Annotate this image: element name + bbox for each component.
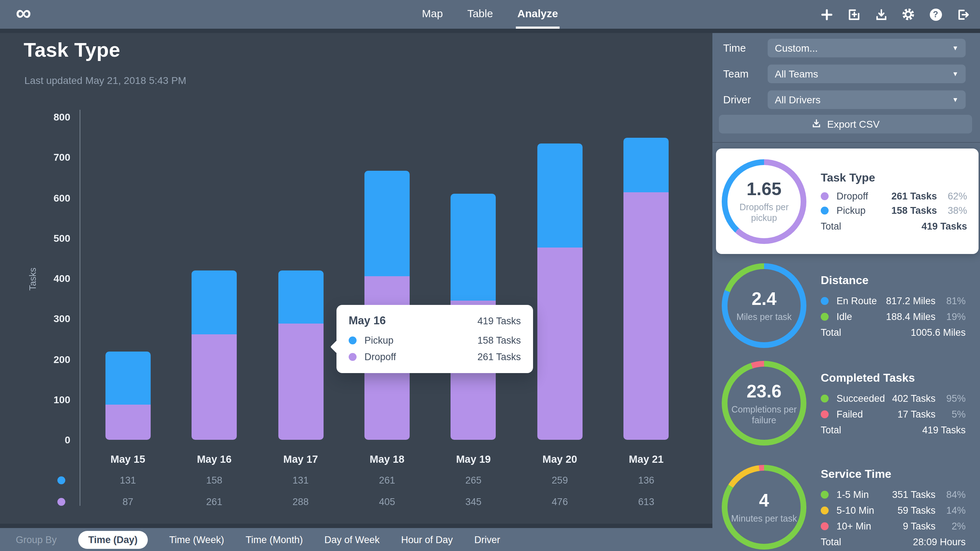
group-by-option[interactable]: Hour of Day	[401, 534, 453, 545]
row-value: 188.4 Miles	[886, 311, 935, 322]
row-label: Failed	[837, 409, 897, 419]
group-by-bar: Group By Time (Day)Time (Week)Time (Mont…	[0, 528, 713, 551]
row-value: 402 Tasks	[892, 393, 935, 404]
tab-analyze[interactable]: Analyze	[516, 0, 559, 29]
row-label: Pickup	[837, 205, 891, 216]
distance-donut-chart: 2.4 Miles per task	[722, 263, 807, 348]
group-by-option[interactable]: Time (Week)	[169, 534, 224, 545]
pickup-count: 158	[171, 473, 258, 488]
help-button[interactable]: ?	[927, 6, 944, 23]
logout-button[interactable]	[954, 6, 971, 23]
bar-column[interactable]	[258, 117, 344, 440]
dropoff-count: 476	[517, 495, 603, 510]
dropoff-count: 261	[171, 495, 258, 510]
group-by-option[interactable]: Day of Week	[324, 534, 380, 545]
export-csv-button[interactable]: Export CSV	[719, 115, 972, 134]
row-percent: 38%	[937, 205, 967, 216]
tooltip-row-value: 261 Tasks	[477, 352, 521, 362]
total-label: Total	[821, 327, 911, 338]
time-filter-dropdown[interactable]: Custom... ▼	[768, 39, 966, 57]
pickup-count: 131	[85, 473, 171, 488]
bar-column[interactable]	[85, 117, 171, 440]
dropoff-count: 87	[85, 495, 171, 510]
total-value: 28:09 Hours	[913, 536, 966, 547]
pickup-bar-segment	[105, 352, 150, 404]
metric-value: 2.4	[751, 288, 776, 309]
tooltip-date: May 16	[348, 314, 477, 327]
metric-label: Miles per task	[737, 312, 792, 323]
group-by-option[interactable]: Time (Day)	[78, 530, 148, 548]
driver-filter-dropdown[interactable]: All Drivers ▼	[768, 91, 966, 109]
pickup-count: 259	[517, 473, 603, 488]
import-tasks-button[interactable]	[845, 6, 862, 23]
bar-column[interactable]	[344, 117, 430, 440]
failed-dot-icon	[821, 410, 829, 418]
row-label: En Route	[837, 295, 886, 306]
metric-cards: 1.65 Dropoffs per pickup Task Type Dropo…	[713, 143, 980, 551]
x-tick-label: May 15	[85, 452, 171, 467]
analytics-sidebar: Time Custom... ▼ Team All Teams ▼ Driver…	[713, 33, 980, 551]
total-label: Total	[821, 424, 922, 435]
row-label: 10+ Min	[837, 521, 903, 531]
row-label: Dropoff	[837, 191, 891, 201]
pickup-count: 261	[344, 473, 430, 488]
y-tick-label: 500	[29, 232, 70, 245]
nav-action-icons: ?	[818, 0, 971, 29]
pickup-legend-dot-icon	[57, 476, 65, 484]
x-axis-labels: May 1513187May 16158261May 17131288May 1…	[85, 452, 689, 510]
total-value: 1005.6 Miles	[911, 327, 966, 338]
dropoff-count: 613	[603, 495, 689, 510]
card-distance[interactable]: 2.4 Miles per task Distance En Route 817…	[716, 260, 978, 351]
y-tick-label: 600	[29, 191, 70, 204]
y-tick-label: 300	[29, 312, 70, 325]
dropoff-count: 288	[258, 495, 344, 510]
last-updated-text: Last updated May 21, 2018 5:43 PM	[24, 75, 186, 86]
dropoff-count: 405	[344, 495, 430, 510]
tab-map[interactable]: Map	[420, 0, 444, 29]
dropoff-dot-icon	[821, 192, 829, 200]
min-10-plus-dot-icon	[821, 522, 829, 530]
logout-icon	[956, 8, 970, 21]
row-label: Succeeded	[837, 393, 892, 404]
caret-down-icon: ▼	[952, 70, 958, 78]
driver-filter-value: All Drivers	[775, 94, 952, 105]
download-button[interactable]	[872, 6, 889, 23]
bar-column[interactable]	[517, 117, 603, 440]
x-axis-group: May 1513187	[85, 452, 171, 510]
x-axis-group: May 16158261	[171, 452, 258, 510]
bar-column[interactable]	[430, 117, 517, 440]
card-completed-tasks[interactable]: 23.6 Completions per failure Completed T…	[716, 358, 978, 448]
group-by-divider	[0, 524, 713, 528]
pickup-dot-icon	[348, 336, 356, 344]
total-value: 419 Tasks	[921, 221, 967, 231]
total-label: Total	[821, 536, 913, 547]
bar-column[interactable]	[171, 117, 258, 440]
tab-table[interactable]: Table	[466, 0, 495, 29]
x-tick-label: May 17	[258, 452, 344, 467]
pickup-bar-segment	[364, 171, 410, 277]
export-csv-label: Export CSV	[827, 118, 880, 130]
y-tick-label: 400	[29, 272, 70, 285]
x-tick-label: May 18	[344, 452, 430, 467]
row-percent: 14%	[935, 505, 966, 516]
settings-button[interactable]	[900, 6, 917, 23]
card-service-time[interactable]: 4 Minutes per task Service Time 1-5 Min …	[716, 457, 978, 551]
bar-column[interactable]	[603, 117, 689, 440]
row-label: 5-10 Min	[837, 505, 897, 516]
card-task-type[interactable]: 1.65 Dropoffs per pickup Task Type Dropo…	[716, 148, 978, 254]
metric-label: Minutes per task	[731, 514, 797, 524]
help-icon: ?	[929, 8, 942, 21]
add-button[interactable]	[818, 6, 835, 23]
row-label: Idle	[837, 311, 886, 322]
y-tick-label: 800	[29, 110, 70, 123]
dropoff-bar-segment	[278, 323, 323, 440]
dropoff-bar-segment	[105, 404, 150, 440]
card-title: Task Type	[821, 171, 967, 184]
team-filter-dropdown[interactable]: All Teams ▼	[768, 65, 966, 83]
x-axis-group: May 20259476	[517, 452, 603, 510]
page-title: Task Type	[24, 39, 120, 62]
card-title: Service Time	[821, 467, 966, 480]
group-by-option[interactable]: Time (Month)	[246, 534, 303, 545]
metric-value: 23.6	[746, 381, 781, 401]
group-by-option[interactable]: Driver	[474, 534, 500, 545]
